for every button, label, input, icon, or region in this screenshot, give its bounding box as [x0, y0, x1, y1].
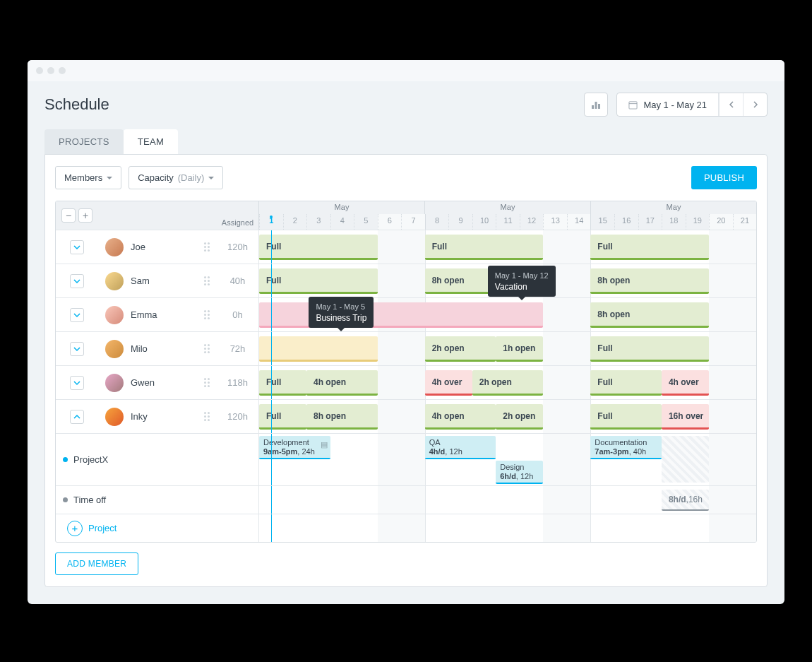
timeoff-bar[interactable]: 8h/d, 16h	[662, 490, 709, 511]
task-bar[interactable]: QA 4h/d, 12h	[425, 436, 496, 459]
drag-handle[interactable]	[204, 343, 211, 355]
tab-team[interactable]: TEAM	[124, 129, 178, 154]
collapse-toggle[interactable]	[70, 410, 84, 424]
expand-toggle[interactable]	[70, 274, 84, 288]
day-col-weekend[interactable]: 14	[567, 214, 591, 230]
timeline-header: May May May 1 2 3 4 5 6 7 8 9 10	[259, 201, 756, 230]
traffic-light-zoom[interactable]	[59, 67, 66, 74]
drag-handle[interactable]	[204, 411, 211, 422]
member-row: Emma 0h 8h open May 1 - May 5 Business T…	[56, 297, 756, 331]
capacity-bar[interactable]: Full	[590, 370, 662, 396]
capacity-bar[interactable]: Full	[425, 235, 544, 260]
capacity-bar[interactable]: Full	[590, 235, 709, 260]
day-col[interactable]: 12	[520, 214, 544, 230]
capacity-bar[interactable]: 1h open	[496, 336, 543, 362]
day-col[interactable]: 5	[354, 214, 378, 230]
capacity-bar[interactable]: 4h open	[425, 404, 496, 430]
project-cell[interactable]: Time off	[56, 486, 217, 514]
timeline-cell[interactable]: 2h open 1h open Full	[259, 332, 756, 365]
day-col[interactable]: 10	[472, 214, 496, 230]
timeline-cell[interactable]: Full 4h open 4h over 2h open Full 4h ove…	[259, 366, 756, 399]
capacity-bar[interactable]: Full	[590, 336, 709, 362]
day-col[interactable]: 2	[283, 214, 307, 230]
publish-button[interactable]: PUBLISH	[691, 166, 757, 189]
traffic-light-minimize[interactable]	[47, 67, 54, 74]
day-col-weekend[interactable]: 20	[709, 214, 733, 230]
day-col[interactable]: 16	[614, 214, 638, 230]
day-col[interactable]: 3	[306, 214, 330, 230]
date-prev-button[interactable]	[719, 93, 743, 116]
day-col[interactable]: 4	[330, 214, 354, 230]
day-col-weekend[interactable]: 6	[378, 214, 402, 230]
member-cell[interactable]: Emma	[98, 298, 217, 331]
expand-toggle[interactable]	[70, 308, 84, 322]
capacity-filter[interactable]: Capacity (Daily)	[129, 166, 223, 189]
capacity-bar[interactable]: Full	[590, 404, 662, 430]
date-range-display[interactable]: May 1 - May 21	[617, 93, 719, 116]
capacity-bar[interactable]: Full	[259, 268, 378, 294]
day-col-weekend[interactable]: 7	[401, 214, 425, 230]
unavailable-bar[interactable]	[259, 336, 378, 362]
date-range-picker[interactable]: May 1 - May 21	[616, 93, 768, 117]
task-bar[interactable]: Design 6h/d, 12h	[496, 461, 543, 484]
add-project-cell[interactable]: + Project	[56, 514, 217, 542]
task-bar[interactable]: Documentation 7am-3pm, 40h	[590, 436, 662, 459]
date-next-button[interactable]	[743, 93, 767, 116]
drag-handle[interactable]	[204, 276, 211, 287]
members-filter-label: Members	[64, 172, 102, 183]
member-cell[interactable]: Inky	[98, 400, 217, 433]
timeline-cell[interactable]: Full Full Full	[259, 230, 756, 264]
capacity-bar[interactable]: 8h open	[590, 302, 709, 328]
day-col-weekend[interactable]: 13	[543, 214, 567, 230]
add-member-button[interactable]: ADD MEMBER	[55, 552, 138, 575]
member-cell[interactable]: Milo	[98, 332, 217, 365]
timeline-cell[interactable]: Development 9am-5pm, 24h ▤ QA 4h/d, 12h …	[259, 434, 756, 485]
drag-handle[interactable]	[204, 309, 211, 321]
members-filter[interactable]: Members	[55, 166, 121, 189]
expand-toggle[interactable]	[70, 376, 84, 390]
day-col-weekend[interactable]: 21	[733, 214, 757, 230]
drag-handle[interactable]	[204, 242, 211, 253]
day-col[interactable]: 19	[686, 214, 710, 230]
traffic-light-close[interactable]	[36, 67, 43, 74]
day-col[interactable]: 18	[662, 214, 686, 230]
member-cell[interactable]: Gwen	[98, 366, 217, 399]
capacity-bar[interactable]: Full	[259, 404, 306, 430]
collapse-all-button[interactable]: −	[61, 208, 76, 223]
day-col[interactable]: 9	[448, 214, 472, 230]
day-row: 1 2 3 4 5 6 7 8 9 10 11 12 13 14	[259, 214, 756, 230]
day-col[interactable]: 11	[496, 214, 520, 230]
capacity-bar[interactable]: Full	[259, 235, 378, 260]
unavailable-bar[interactable]	[259, 302, 543, 328]
day-col[interactable]: 15	[590, 214, 614, 230]
over-bar[interactable]: 16h over	[662, 404, 709, 430]
timeline-cell[interactable]: Full 8h open 4h open 2h open Full 16h ov…	[259, 400, 756, 433]
project-cell[interactable]: ProjectX	[56, 434, 217, 485]
timeline-cell[interactable]: 8h/d, 16h	[259, 486, 756, 514]
capacity-bar[interactable]: 8h open	[590, 268, 709, 294]
expand-toggle[interactable]	[70, 342, 84, 356]
over-bar[interactable]: 4h over	[425, 370, 472, 396]
member-cell[interactable]: Sam	[98, 264, 217, 297]
drag-handle[interactable]	[204, 377, 211, 389]
over-bar[interactable]: 4h over	[662, 370, 709, 396]
timeline-cell[interactable]: Full 8h open 8h open May 1 - May 12 Vaca…	[259, 264, 756, 297]
tab-projects[interactable]: PROJECTS	[44, 129, 124, 154]
add-project-row[interactable]: + Project	[56, 514, 756, 542]
member-cell[interactable]: Joe	[98, 230, 217, 264]
capacity-bar[interactable]: 4h open	[306, 370, 378, 396]
task-bar[interactable]: Development 9am-5pm, 24h ▤	[259, 436, 330, 459]
capacity-bar[interactable]: 2h open	[496, 404, 543, 430]
capacity-bar[interactable]: 8h open	[306, 404, 378, 430]
capacity-bar[interactable]: 2h open	[472, 370, 544, 396]
day-col[interactable]: 17	[638, 214, 662, 230]
expand-toggle[interactable]	[70, 240, 84, 254]
capacity-bar[interactable]: Full	[259, 370, 306, 396]
day-col[interactable]: 1	[259, 214, 283, 230]
expand-all-button[interactable]: +	[78, 208, 92, 223]
timeline-cell[interactable]: 8h open May 1 - May 5 Business Trip	[259, 298, 756, 331]
ghost-slot	[662, 436, 709, 483]
day-col[interactable]: 8	[425, 214, 449, 230]
capacity-bar[interactable]: 2h open	[425, 336, 496, 362]
stats-button[interactable]	[584, 93, 608, 117]
